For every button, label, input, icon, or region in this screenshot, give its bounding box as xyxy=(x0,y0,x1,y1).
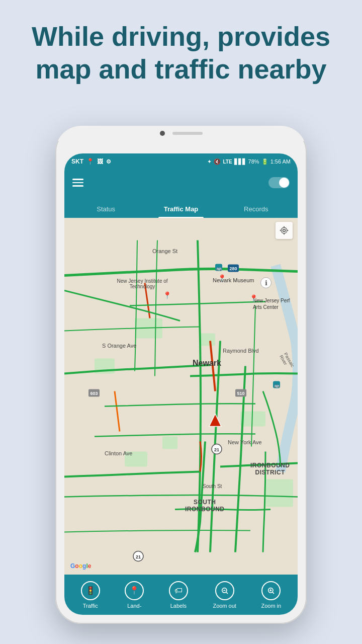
nav-zoom-in[interactable]: Zoom in xyxy=(261,581,281,609)
zoom-out-icon xyxy=(215,581,234,600)
hamburger-line1 xyxy=(72,179,83,180)
map-container[interactable]: 🚌 🚌 280 510 603 21 21 Ora xyxy=(64,218,298,575)
signal-bars-icon: ▋▋▋ xyxy=(234,158,246,165)
zoom-in-icon xyxy=(261,581,281,600)
svg-text:510: 510 xyxy=(237,391,244,396)
app-header xyxy=(64,170,298,196)
nav-landmark[interactable]: 📍 Land- xyxy=(125,581,144,609)
lte-label: LTE xyxy=(223,159,232,165)
hamburger-line2 xyxy=(72,182,83,184)
map-label-nj-perf: New Jersey Perf Arts Center xyxy=(253,297,298,310)
map-label-ironbound: IRONBOUNDDISTRICT xyxy=(250,462,290,476)
nav-labels-label: Labels xyxy=(170,603,187,609)
mute-icon: 🔇 xyxy=(214,158,221,165)
image-icon: 🖼 xyxy=(97,158,103,165)
bluetooth-icon: ✦ xyxy=(207,158,212,165)
map-label-south-ironbound: SOUTHIRONBOUND xyxy=(185,499,225,513)
labels-icon: 🏷 xyxy=(169,581,188,600)
pin-njit: 📍 xyxy=(163,291,171,299)
svg-rect-4 xyxy=(240,412,265,427)
phone-top-bar xyxy=(55,126,307,141)
svg-text:280: 280 xyxy=(229,266,237,271)
nav-zoom-in-label: Zoom in xyxy=(261,603,281,609)
landmark-icon: 📍 xyxy=(125,581,144,600)
svg-point-24 xyxy=(281,227,287,233)
speaker-bar xyxy=(172,132,203,135)
svg-rect-2 xyxy=(200,334,215,346)
toggle-knob xyxy=(279,178,289,188)
page-headline: While driving, provides map and traffic … xyxy=(0,20,362,86)
status-left: SKT 📍 🖼 ⚙ xyxy=(71,158,111,165)
nav-landmark-label: Land- xyxy=(127,603,141,609)
map-label-orange-st: Orange St xyxy=(152,248,177,254)
carrier-label: SKT xyxy=(71,158,83,165)
nav-zoom-out-label: Zoom out xyxy=(213,603,236,609)
status-bar: SKT 📍 🖼 ⚙ ✦ 🔇 LTE ▋▋▋ 78% 🔋 1:56 AM xyxy=(64,153,298,170)
svg-text:🚌: 🚌 xyxy=(274,382,280,388)
svg-text:🚌: 🚌 xyxy=(216,265,222,271)
svg-rect-7 xyxy=(162,437,177,449)
map-label-njit: New Jersey Institute of Technology xyxy=(115,278,170,289)
map-label-newark: Newark xyxy=(193,359,221,368)
location-button[interactable] xyxy=(276,222,293,239)
pin-museum: 📍 xyxy=(218,274,226,282)
toggle-switch[interactable] xyxy=(268,177,290,188)
settings-icon: ⚙ xyxy=(106,158,111,165)
hamburger-line3 xyxy=(72,185,83,187)
battery-pct: 78% xyxy=(248,158,259,165)
map-label-raymond: Raymond Blvd xyxy=(223,348,259,354)
tab-status[interactable]: Status xyxy=(68,205,143,218)
status-right: ✦ 🔇 LTE ▋▋▋ 78% 🔋 1:56 AM xyxy=(207,158,291,165)
svg-text:603: 603 xyxy=(90,391,98,396)
map-label-sorange: S Orange Ave xyxy=(102,343,136,349)
headline-line1: While driving, provides xyxy=(32,21,330,51)
headline-line2: map and traffic nearby xyxy=(35,54,326,84)
phone-frame: SKT 📍 🖼 ⚙ ✦ 🔇 LTE ▋▋▋ 78% 🔋 1:56 AM xyxy=(55,126,307,624)
nav-traffic[interactable]: 🚦 Traffic xyxy=(81,581,100,609)
hamburger-button[interactable] xyxy=(72,179,83,187)
info-button[interactable]: ℹ xyxy=(260,277,272,288)
nav-labels[interactable]: 🏷 Labels xyxy=(169,581,188,609)
map-label-newyork-ave: New York Ave xyxy=(228,439,262,445)
phone-screen: SKT 📍 🖼 ⚙ ✦ 🔇 LTE ▋▋▋ 78% 🔋 1:56 AM xyxy=(64,153,298,615)
map-label-south-st: South St xyxy=(203,484,222,489)
tab-traffic-map[interactable]: Traffic Map xyxy=(143,205,218,218)
gps-icon: 📍 xyxy=(86,158,94,165)
traffic-icon: 🚦 xyxy=(81,581,100,600)
svg-point-23 xyxy=(283,229,286,232)
tab-records[interactable]: Records xyxy=(219,205,294,218)
svg-text:21: 21 xyxy=(136,554,141,559)
time-label: 1:56 AM xyxy=(270,158,291,165)
camera-dot xyxy=(160,131,165,136)
bottom-nav: 🚦 Traffic 📍 Land- 🏷 Labels Zoom out xyxy=(64,575,298,615)
tab-bar: Status Traffic Map Records xyxy=(64,196,298,218)
map-svg: 🚌 🚌 280 510 603 21 21 xyxy=(64,218,298,575)
svg-rect-6 xyxy=(265,479,293,507)
nav-zoom-out[interactable]: Zoom out xyxy=(213,581,236,609)
pin-perf-center: 📍 xyxy=(249,294,258,302)
nav-traffic-label: Traffic xyxy=(83,603,98,609)
battery-icon: 🔋 xyxy=(261,158,268,165)
map-label-clinton: Clinton Ave xyxy=(105,450,132,456)
google-logo: Google xyxy=(70,562,91,570)
svg-text:21: 21 xyxy=(214,447,219,452)
